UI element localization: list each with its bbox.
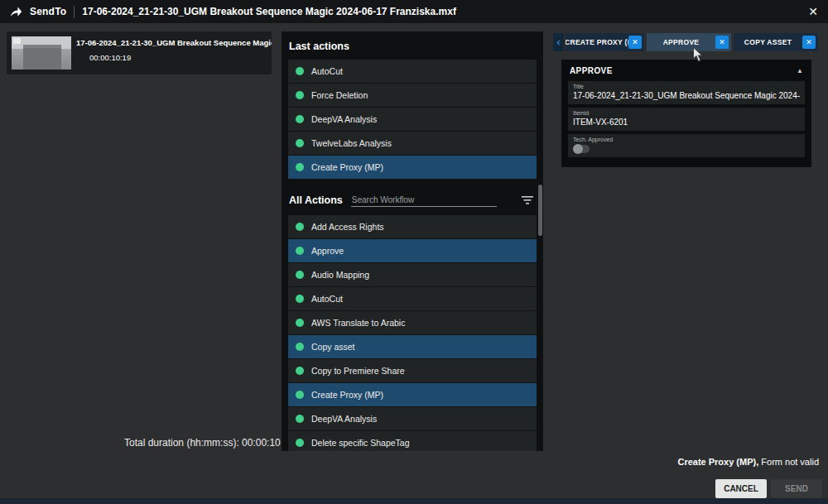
status-dot-icon [296, 295, 304, 303]
action-row[interactable]: AutoCut [288, 287, 537, 310]
asset-duration: 00:00:10:19 [76, 53, 272, 62]
status-dot-icon [296, 91, 304, 99]
field-label: Title [573, 84, 800, 89]
action-label: Copy to Premiere Share [311, 366, 405, 376]
workflow-actions-panel: Last actions AutoCutForce DeletionDeepVA… [282, 31, 543, 451]
footer-buttons: CANCEL SEND [715, 479, 822, 498]
action-row[interactable]: DeepVA Analysis [288, 407, 537, 430]
chip-remove-button[interactable]: ✕ [715, 36, 729, 49]
action-row[interactable]: Approve [288, 239, 537, 262]
form-field[interactable]: ItemidITEM-VX-6201 [568, 108, 805, 131]
status-dot-icon [296, 67, 304, 75]
send-button: SEND [771, 479, 822, 498]
action-row[interactable]: AutoCut [288, 60, 537, 83]
filter-icon[interactable] [522, 193, 533, 208]
chip-label: COPY ASSET [734, 38, 802, 46]
chips-scroll-left-button[interactable]: ‹ [553, 33, 564, 51]
form-field[interactable]: Tech. Approved [568, 134, 805, 157]
all-actions-heading: All Actions [289, 194, 343, 206]
action-label: AWS Translate to Arabic [311, 318, 405, 328]
all-actions-list: Add Access RightsApproveAudio MappingAut… [288, 215, 537, 451]
action-row[interactable]: AWS Translate to Arabic [288, 311, 537, 334]
action-label: Create Proxy (MP) [311, 162, 383, 172]
action-label: Create Proxy (MP) [311, 390, 383, 400]
status-dot-icon [296, 391, 304, 399]
validation-message: Create Proxy (MP), Form not valid [677, 457, 819, 467]
app-label: SendTo [30, 6, 66, 17]
action-label: DeepVA Analysis [311, 114, 377, 124]
last-actions-list: AutoCutForce DeletionDeepVA AnalysisTwel… [288, 60, 537, 179]
action-label: Force Deletion [311, 90, 368, 100]
action-row[interactable]: Delete specific ShapeTag [288, 431, 537, 451]
action-label: Add Access Rights [311, 222, 384, 232]
asset-card[interactable]: 17-06-2024_21-21-30_UGM Breakout Sequenc… [7, 31, 272, 74]
action-label: AutoCut [311, 294, 343, 304]
chip-remove-button[interactable]: ✕ [628, 36, 642, 49]
tech-approved-toggle[interactable] [573, 145, 590, 153]
action-row[interactable]: Audio Mapping [288, 263, 537, 286]
action-label: Audio Mapping [311, 270, 369, 280]
action-label: DeepVA Analysis [311, 414, 377, 424]
status-dot-icon [296, 223, 304, 231]
action-row[interactable]: Create Proxy (MP) [288, 156, 537, 179]
status-dot-icon [296, 439, 304, 447]
status-dot-icon [296, 343, 304, 351]
approve-form-panel: APPROVE ▲ Title17-06-2024_21-21-30_UGM B… [561, 60, 811, 167]
action-label: Delete specific ShapeTag [311, 438, 410, 448]
chip-remove-button[interactable]: ✕ [802, 36, 816, 49]
selected-actions-row: CREATE PROXY (MP)✕APPROVE✕COPY ASSET✕ [566, 33, 818, 51]
workflow-search-input[interactable] [351, 194, 497, 207]
action-label: Copy asset [311, 342, 355, 352]
field-value: 17-06-2024_21-21-30_UGM Breakout Sequenc… [573, 91, 800, 100]
action-row[interactable]: Copy to Premiere Share [288, 359, 537, 382]
action-row[interactable]: Create Proxy (MP) [288, 383, 537, 406]
asset-info: 17-06-2024_21-21-30_UGM Breakout Sequenc… [76, 31, 272, 62]
field-label: Tech. Approved [573, 137, 800, 142]
validation-text: Form not valid [758, 457, 819, 467]
status-dot-icon [296, 247, 304, 255]
toggle-knob [573, 144, 583, 154]
selected-workflows-bar: ‹ CREATE PROXY (MP)✕APPROVE✕COPY ASSET✕ [553, 33, 818, 51]
thumbnail-building-shape [23, 45, 61, 70]
status-dot-icon [296, 319, 304, 327]
status-dot-icon [296, 367, 304, 375]
approve-form-title: APPROVE [570, 66, 613, 75]
status-dot-icon [296, 415, 304, 423]
workflow-chip[interactable]: APPROVE✕ [647, 33, 731, 51]
approve-form-fields: Title17-06-2024_21-21-30_UGM Breakout Se… [561, 81, 811, 157]
sendto-icon [10, 6, 22, 17]
bottom-strip [0, 498, 828, 504]
actions-scrollbar[interactable] [538, 185, 542, 236]
action-row[interactable]: DeepVA Analysis [288, 108, 537, 131]
dialog-title: 17-06-2024_21-21-30_UGM Breakout Sequenc… [82, 6, 456, 17]
status-dot-icon [296, 139, 304, 147]
asset-title: 17-06-2024_21-21-30_UGM Breakout Sequenc… [76, 38, 272, 47]
action-row[interactable]: Force Deletion [288, 84, 537, 107]
workflow-chip[interactable]: CREATE PROXY (MP)✕ [566, 33, 644, 51]
titlebar-divider [74, 6, 75, 18]
status-dot-icon [296, 115, 304, 123]
chip-label: APPROVE [647, 38, 715, 46]
close-dialog-button[interactable]: ✕ [808, 6, 818, 17]
dialog-titlebar: SendTo 17-06-2024_21-21-30_UGM Breakout … [0, 0, 828, 23]
video-type-icon [13, 38, 21, 44]
chip-label: CREATE PROXY (MP) [566, 38, 628, 46]
form-field[interactable]: Title17-06-2024_21-21-30_UGM Breakout Se… [568, 81, 805, 104]
approve-form-header[interactable]: APPROVE ▲ [561, 60, 811, 81]
all-actions-header: All Actions [289, 193, 537, 208]
field-value: ITEM-VX-6201 [573, 118, 800, 127]
action-row[interactable]: Add Access Rights [288, 215, 537, 238]
action-label: AutoCut [311, 66, 343, 76]
status-dot-icon [296, 271, 304, 279]
status-dot-icon [296, 163, 304, 171]
action-label: TwelveLabs Analysis [311, 138, 392, 148]
workflow-chip[interactable]: COPY ASSET✕ [734, 33, 818, 51]
validation-workflow-name: Create Proxy (MP), [677, 457, 758, 467]
collapse-icon[interactable]: ▲ [797, 67, 803, 74]
action-row[interactable]: Copy asset [288, 335, 537, 358]
cancel-button[interactable]: CANCEL [715, 479, 767, 498]
action-row[interactable]: TwelveLabs Analysis [288, 132, 537, 155]
asset-thumbnail [12, 36, 71, 70]
action-label: Approve [311, 246, 344, 256]
last-actions-heading: Last actions [289, 41, 537, 52]
